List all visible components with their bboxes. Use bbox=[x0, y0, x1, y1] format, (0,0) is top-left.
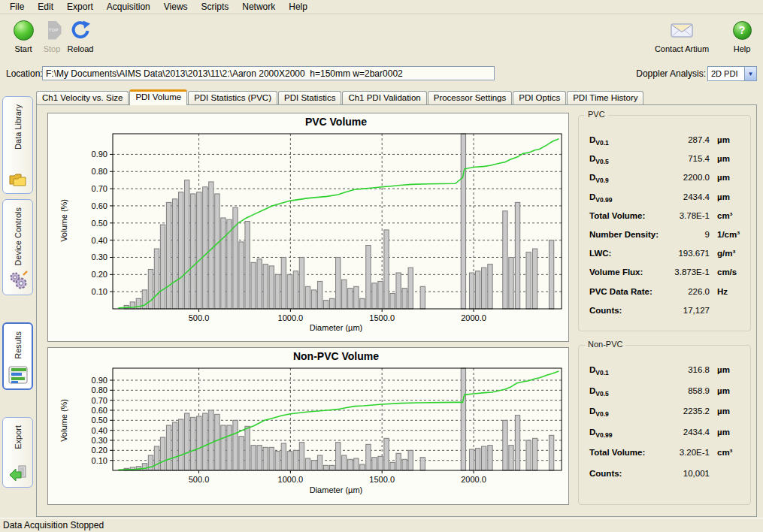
svg-text:1500.0: 1500.0 bbox=[369, 475, 395, 484]
doppler-analysis-label: Doppler Analysis: bbox=[636, 68, 706, 79]
stat-value: 3.78E-1 bbox=[665, 211, 710, 220]
tab[interactable]: PDI Statistics bbox=[278, 91, 341, 105]
sidebar-item-export[interactable]: Export bbox=[2, 417, 33, 488]
stat-value: 2235.2 bbox=[665, 407, 710, 416]
stat-label: Total Volume: bbox=[589, 448, 665, 459]
pvc-stats-rows: DV0.1 287.4 µm DV0.5 715.4 µm DV0.9 2200… bbox=[579, 116, 750, 325]
status-bar: Data Acquisition Stopped bbox=[0, 518, 763, 532]
svg-text:500.0: 500.0 bbox=[189, 475, 210, 484]
menu-item[interactable]: Export bbox=[60, 0, 100, 14]
stat-row: DV0.99 2434.4 µm bbox=[589, 192, 746, 211]
contact-label: Contact Artium bbox=[647, 44, 716, 53]
menu-item[interactable]: Scripts bbox=[195, 0, 236, 14]
stat-unit: µm bbox=[710, 407, 746, 416]
stat-unit: µm bbox=[710, 173, 746, 182]
contact-button[interactable]: Contact Artium bbox=[647, 18, 716, 53]
menu-item[interactable]: Views bbox=[157, 0, 195, 14]
tab[interactable]: Processor Settings bbox=[428, 91, 513, 105]
tab[interactable]: PDI Volume bbox=[129, 89, 187, 105]
menu-item[interactable]: Help bbox=[282, 0, 314, 14]
stat-row: PVC Data Rate: 226.0 Hz bbox=[589, 287, 746, 306]
y-axis-label: Volume (%) bbox=[59, 399, 68, 442]
stat-row: DV0.5 715.4 µm bbox=[589, 154, 746, 173]
location-input[interactable] bbox=[42, 66, 495, 80]
svg-text:2000.0: 2000.0 bbox=[461, 313, 486, 322]
stat-unit: cm³ bbox=[710, 211, 746, 220]
sidebar-item-device-controls[interactable]: Device Controls bbox=[2, 199, 33, 295]
stat-label: DV0.1 bbox=[589, 365, 665, 376]
menu-item[interactable]: Network bbox=[235, 0, 282, 14]
tab[interactable]: Ch1 Velocity vs. Size bbox=[36, 91, 129, 105]
stat-label: DV0.5 bbox=[589, 154, 665, 165]
stat-label: DV0.99 bbox=[589, 428, 665, 439]
chevron-down-icon[interactable]: ▼ bbox=[744, 67, 756, 80]
svg-text:0.60: 0.60 bbox=[92, 406, 107, 415]
stat-unit: µm bbox=[710, 192, 746, 201]
reload-button[interactable]: Reload bbox=[60, 18, 101, 53]
svg-text:0.80: 0.80 bbox=[92, 167, 107, 176]
stat-row: DV0.1 316.8 µm bbox=[589, 365, 746, 386]
groupbox-title: PVC bbox=[585, 110, 608, 119]
location-label: Location: bbox=[6, 68, 43, 79]
chart-title: Non-PVC Volume bbox=[48, 348, 568, 362]
menu-item[interactable]: Acquisition bbox=[100, 0, 157, 14]
stat-value: 9 bbox=[665, 230, 710, 239]
stat-row: DV0.9 2200.0 µm bbox=[589, 173, 746, 192]
tab[interactable]: PDI Statistics (PVC) bbox=[188, 91, 277, 105]
stop-icon: STOP bbox=[43, 21, 62, 40]
stat-label: DV0.9 bbox=[589, 173, 665, 184]
side-tab-label: Results bbox=[14, 331, 23, 359]
stat-unit: Hz bbox=[710, 287, 746, 296]
stat-row: DV0.5 858.9 µm bbox=[589, 386, 746, 407]
non-pvc-volume-plot: 0.100.200.300.400.500.600.700.800.90500.… bbox=[48, 362, 570, 485]
non-pvc-volume-chart-panel: Non-PVC Volume Volume (%) 0.100.200.300.… bbox=[47, 347, 569, 505]
bar-chart-icon bbox=[8, 366, 28, 384]
stat-row: Total Volume: 3.20E-1 cm³ bbox=[589, 448, 746, 469]
tab[interactable]: Ch1 PDI Validation bbox=[342, 91, 426, 105]
tab-strip: Ch1 Velocity vs. SizePDI VolumePDI Stati… bbox=[36, 89, 644, 105]
stat-unit: µm bbox=[710, 135, 746, 144]
tab[interactable]: PDI Optics bbox=[513, 91, 566, 105]
doppler-analysis-select[interactable]: 2D PDI ▼ bbox=[707, 66, 757, 81]
status-text: Data Acquisition Stopped bbox=[3, 520, 104, 530]
tab[interactable]: PDI Time History bbox=[567, 91, 643, 105]
export-arrow-icon bbox=[8, 464, 28, 482]
stat-row: Counts: 10,001 bbox=[589, 469, 746, 490]
stat-unit: µm bbox=[710, 428, 746, 437]
stat-label: Total Volume: bbox=[589, 211, 665, 222]
stat-value: 715.4 bbox=[665, 154, 710, 163]
side-tab-bar: Data Library Device Controls Results bbox=[0, 96, 35, 517]
stat-row: Total Volume: 3.78E-1 cm³ bbox=[589, 211, 746, 230]
stat-value: 3.20E-1 bbox=[665, 448, 710, 457]
toolbar: Start STOP Stop Reload Contact Artium ? … bbox=[0, 15, 763, 65]
svg-text:0.60: 0.60 bbox=[92, 201, 107, 210]
folder-icon bbox=[8, 171, 28, 189]
menu-bar: FileEditExportAcquisitionViewsScriptsNet… bbox=[0, 0, 763, 14]
pvc-volume-plot: 0.100.200.300.400.500.600.700.800.90500.… bbox=[48, 128, 570, 323]
side-tab-label: Device Controls bbox=[14, 207, 23, 266]
stat-label: PVC Data Rate: bbox=[589, 287, 665, 298]
stat-row: DV0.9 2235.2 µm bbox=[589, 407, 746, 428]
svg-text:0.90: 0.90 bbox=[92, 376, 107, 385]
stat-row: DV0.99 2434.4 µm bbox=[589, 428, 746, 449]
menu-item[interactable]: Edit bbox=[31, 0, 60, 14]
stat-row: Counts: 17,127 bbox=[589, 306, 746, 325]
help-button[interactable]: ? Help bbox=[727, 18, 757, 53]
app-window: { "menu": { "items": ["File","Edit","Exp… bbox=[0, 0, 763, 532]
svg-text:0.40: 0.40 bbox=[92, 426, 107, 435]
non-pvc-stats-rows: DV0.1 316.8 µm DV0.5 858.9 µm DV0.9 2235… bbox=[579, 346, 750, 489]
svg-text:2000.0: 2000.0 bbox=[461, 475, 486, 484]
envelope-icon bbox=[670, 21, 694, 39]
svg-text:0.50: 0.50 bbox=[92, 416, 107, 425]
menu-item[interactable]: File bbox=[3, 0, 31, 14]
stat-value: 858.9 bbox=[665, 386, 710, 395]
stat-value: 10,001 bbox=[665, 469, 710, 478]
stat-unit: cm³ bbox=[710, 448, 746, 457]
reload-icon bbox=[70, 20, 91, 41]
sidebar-item-data-library[interactable]: Data Library bbox=[2, 96, 33, 194]
svg-text:0.20: 0.20 bbox=[92, 270, 107, 279]
stat-value: 2434.4 bbox=[665, 428, 710, 437]
sidebar-item-results[interactable]: Results bbox=[2, 322, 33, 390]
side-tab-label: Data Library bbox=[14, 104, 23, 150]
stat-label: Counts: bbox=[589, 469, 665, 480]
